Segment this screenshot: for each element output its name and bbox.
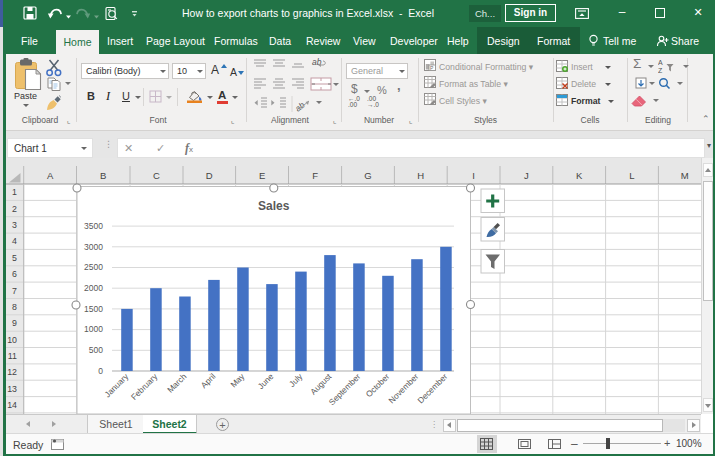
svg-text:13: 13 (7, 384, 17, 394)
svg-text:14: 14 (7, 400, 17, 410)
svg-text:5: 5 (12, 253, 17, 263)
svg-text:H: H (417, 170, 424, 181)
svg-text:E: E (259, 170, 265, 181)
svg-text:9: 9 (12, 318, 17, 328)
svg-text:3500: 3500 (84, 221, 103, 231)
svg-text:A: A (47, 170, 54, 181)
svg-text:8: 8 (12, 302, 17, 312)
svg-text:ab: ab (293, 100, 307, 114)
svg-text:Sales: Sales (258, 199, 290, 213)
svg-text:10: 10 (7, 335, 17, 345)
svg-text:F: F (312, 170, 318, 181)
svg-text:L: L (629, 170, 634, 181)
svg-text:2500: 2500 (84, 262, 103, 272)
svg-text:3: 3 (12, 220, 17, 230)
svg-text:1500: 1500 (84, 304, 103, 314)
svg-text:3000: 3000 (84, 242, 103, 252)
svg-text:C: C (153, 170, 160, 181)
svg-text:K: K (576, 170, 583, 181)
svg-text:M: M (681, 170, 689, 181)
svg-text:2000: 2000 (84, 283, 103, 293)
svg-text:D: D (206, 170, 213, 181)
svg-text:1000: 1000 (84, 324, 103, 334)
svg-text:1: 1 (12, 187, 17, 197)
svg-text:0: 0 (98, 366, 103, 376)
svg-text:2: 2 (12, 204, 17, 214)
svg-text:7: 7 (12, 286, 17, 296)
svg-text:11: 11 (8, 351, 17, 361)
svg-text:4: 4 (12, 236, 17, 246)
svg-text:J: J (524, 170, 529, 181)
svg-text:6: 6 (12, 269, 17, 279)
svg-text:I: I (472, 170, 475, 181)
svg-text:G: G (364, 170, 371, 181)
svg-text:B: B (100, 170, 106, 181)
svg-text:A: A (658, 59, 663, 66)
svg-text:12: 12 (7, 367, 17, 377)
svg-text:500: 500 (89, 345, 103, 355)
svg-text:Z: Z (658, 67, 663, 74)
